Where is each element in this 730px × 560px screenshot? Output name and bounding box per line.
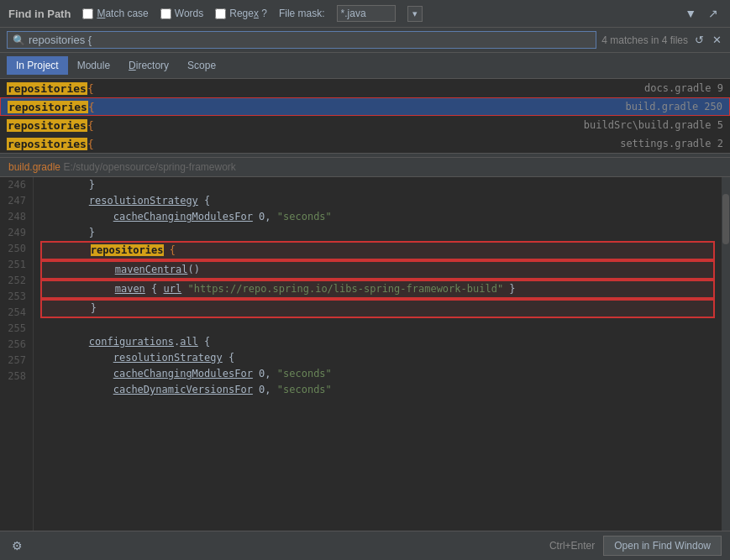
header-bar: Find in Path Match case Words Regex ? Fi… [0,0,730,28]
settings-icon-btn[interactable]: ⚙ [8,537,26,554]
code-area: 246 247 248 249 250 251 252 253 254 255 … [0,177,730,531]
search-prev-btn[interactable]: ↺ [693,32,706,48]
result-brace-2: { [87,119,94,132]
words-label: Words [175,8,203,19]
code-line-256: resolutionStrategy { [40,350,715,366]
words-checkbox[interactable] [160,8,171,19]
result-file-1: build.gradle 250 [625,101,722,113]
search-row: 🔍 4 matches in 4 files ↺ ✕ [0,28,730,53]
code-line-247: resolutionStrategy { [40,193,715,209]
open-find-window-button[interactable]: Open in Find Window [603,536,722,556]
code-line-249: } [40,225,715,241]
result-brace-3: { [87,138,94,150]
pin-icon-btn[interactable]: ↗ [705,5,722,22]
filter-icon-btn[interactable]: ▼ [681,5,700,22]
file-mask-input[interactable] [337,5,396,22]
result-file-2: buildSrc\build.gradle 5 [584,119,723,131]
scroll-thumb[interactable] [722,194,729,244]
code-line-255: configurations.all { [40,334,715,350]
code-line-251: mavenCentral() [40,260,715,280]
regex-option[interactable]: Regex ? [215,8,267,19]
code-line-252: maven { url "https://repo.spring.io/libs… [40,280,715,299]
search-input[interactable] [29,34,591,46]
preview-filename: build.gradle [8,161,60,173]
result-brace-1: { [88,101,95,113]
tab-in-project[interactable]: In Project [7,56,68,75]
code-line-253: } [40,299,715,318]
header-icons: ▼ ↗ [681,5,722,22]
code-line-254 [40,318,715,334]
footer: ⚙ Ctrl+Enter Open in Find Window [0,531,730,560]
tab-directory[interactable]: Directory [119,56,178,75]
header-options: Match case Words Regex ? File mask: ▾ [82,5,670,22]
file-mask-dropdown[interactable]: ▾ [407,6,423,22]
words-option[interactable]: Words [160,8,203,19]
panel-title: Find in Path [8,8,71,20]
code-preview-header: build.gradle E:/study/opensource/spring-… [0,158,730,177]
search-input-wrap: 🔍 [7,31,596,49]
result-item-0[interactable]: repositories { docs.gradle 9 [0,79,730,97]
scroll-bar[interactable] [722,177,730,531]
code-line-246: } [40,177,715,193]
match-case-checkbox[interactable] [82,8,93,19]
regex-checkbox[interactable] [215,8,226,19]
tab-scope[interactable]: Scope [178,56,225,75]
code-line-248: cacheChangingModulesFor 0, "seconds" [40,209,715,225]
match-case-label: Match case [97,8,148,19]
regex-label: Regex ? [229,8,267,19]
result-keyword-1: repositories [8,101,88,113]
preview-filepath: E:/study/opensource/spring-framework [63,161,235,173]
match-case-option[interactable]: Match case [82,8,148,19]
search-result-count: 4 matches in 4 files [601,34,688,46]
footer-shortcut: Ctrl+Enter [549,540,595,552]
scope-tabs: In Project Module Directory Scope [0,53,730,79]
code-line-257: cacheChangingModulesFor 0, "seconds" [40,366,715,382]
search-magnifier-icon: 🔍 [13,34,25,46]
result-brace-0: { [87,82,94,95]
result-file-0: docs.gradle 9 [644,82,723,94]
tab-module[interactable]: Module [68,56,119,75]
results-list: repositories { docs.gradle 9 repositorie… [0,79,730,153]
file-mask-label: File mask: [279,8,325,19]
code-line-250: repositories { [40,241,715,260]
result-keyword-3: repositories [7,138,87,150]
result-item-1[interactable]: repositories { build.gradle 250 [0,97,730,116]
result-file-3: settings.gradle 2 [620,138,723,149]
result-item-2[interactable]: repositories { buildSrc\build.gradle 5 [0,116,730,134]
code-line-258: cacheDynamicVersionsFor 0, "seconds" [40,382,715,398]
result-item-3[interactable]: repositories { settings.gradle 2 [0,134,730,153]
code-lines: } resolutionStrategy { cacheChangingModu… [34,177,722,531]
result-keyword-2: repositories [7,119,87,132]
line-numbers: 246 247 248 249 250 251 252 253 254 255 … [0,177,34,531]
search-close-btn[interactable]: ✕ [711,32,723,48]
result-keyword-0: repositories [7,82,87,95]
find-in-path-panel: Find in Path Match case Words Regex ? Fi… [0,0,730,560]
